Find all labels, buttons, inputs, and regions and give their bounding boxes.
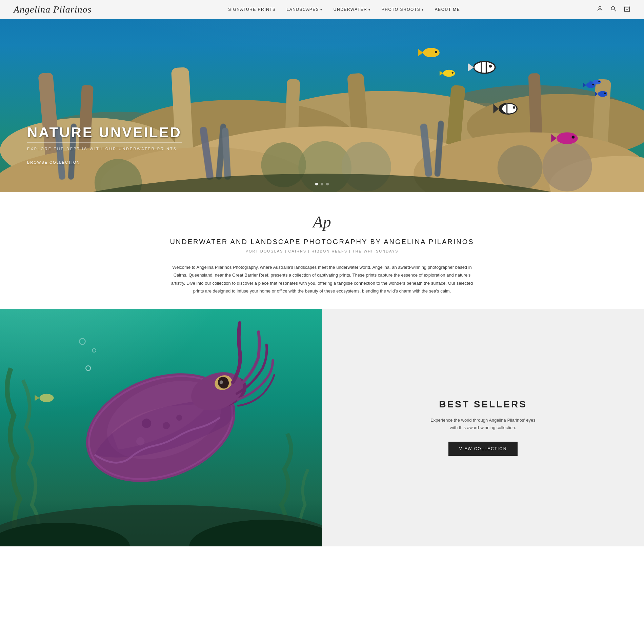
nav-underwater[interactable]: UNDERWATER ▾ (334, 7, 371, 12)
nav-signature-prints[interactable]: SIGNATURE PRINTS (228, 7, 276, 12)
svg-point-65 (592, 80, 601, 84)
svg-point-30 (498, 145, 542, 190)
svg-point-58 (571, 136, 575, 139)
hero-dot-2[interactable] (321, 183, 323, 185)
svg-point-31 (542, 142, 592, 191)
chevron-down-icon: ▾ (422, 8, 424, 12)
section-title: UNDERWATER AND LANDSCAPE PHOTOGRAPHY BY … (14, 238, 630, 246)
chevron-down-icon: ▾ (368, 8, 371, 12)
svg-point-45 (423, 48, 440, 57)
best-sellers-description: Experience the world through Angelina Pi… (429, 417, 537, 431)
browse-collection-button[interactable]: BROWSE COLLECTION (27, 160, 80, 164)
bottom-section: BEST SELLERS Experience the world throug… (0, 309, 644, 546)
svg-point-40 (474, 61, 495, 73)
hero-title: NATURE UNVEILED (27, 124, 182, 143)
svg-point-50 (452, 72, 454, 74)
nav-photo-shoots[interactable]: PHOTO SHOOTS ▾ (382, 7, 424, 12)
hero-section: NATURE UNVEILED EXPLORE THE DEPTHS WITH … (0, 19, 644, 192)
main-nav: SIGNATURE PRINTS LANDSCAPES ▾ UNDERWATER… (228, 7, 460, 12)
svg-point-44 (489, 65, 492, 68)
best-sellers-title: BEST SELLERS (439, 399, 527, 410)
svg-point-64 (604, 93, 606, 94)
middle-section: Ap UNDERWATER AND LANDSCAPE PHOTOGRAPHY … (0, 192, 644, 309)
svg-point-0 (599, 6, 601, 9)
site-header: Angelina Pilarinos SIGNATURE PRINTS LAND… (0, 0, 644, 19)
chevron-down-icon: ▾ (320, 8, 323, 12)
svg-line-2 (614, 9, 616, 11)
hero-dot-3[interactable] (326, 183, 329, 185)
svg-point-52 (502, 104, 517, 114)
location-subtitle: PORT DOUGLAS | CAIRNS | RIBBON REEFS | T… (14, 249, 630, 253)
search-icon[interactable] (610, 5, 617, 14)
nav-landscapes[interactable]: LANDSCAPES ▾ (287, 7, 323, 12)
view-collection-button[interactable]: VIEW COLLECTION (448, 442, 518, 456)
svg-point-1 (611, 6, 615, 10)
svg-point-67 (598, 81, 600, 82)
svg-point-61 (592, 84, 594, 85)
header-icons (597, 5, 630, 14)
hero-dots (315, 183, 329, 185)
svg-point-62 (598, 91, 607, 97)
site-logo[interactable]: Angelina Pilarinos (14, 4, 92, 15)
cuttlefish-image (0, 309, 322, 546)
svg-point-47 (435, 51, 437, 53)
description-text: Welcome to Angelina Pilarinos Photograph… (169, 263, 475, 295)
nav-about-me[interactable]: ABOUT ME (435, 7, 460, 12)
cart-icon[interactable] (624, 5, 630, 14)
hero-overlay: NATURE UNVEILED EXPLORE THE DEPTHS WITH … (27, 124, 182, 165)
best-sellers-content: BEST SELLERS Experience the world throug… (322, 309, 644, 546)
account-icon[interactable] (597, 5, 603, 14)
svg-point-84 (39, 394, 54, 402)
svg-point-55 (513, 106, 515, 109)
svg-point-56 (557, 132, 578, 144)
hero-subtitle: EXPLORE THE DEPTHS WITH OUR UNDERWATER P… (27, 147, 182, 151)
hero-dot-1[interactable] (315, 183, 318, 185)
ap-monogram: Ap (14, 213, 630, 231)
